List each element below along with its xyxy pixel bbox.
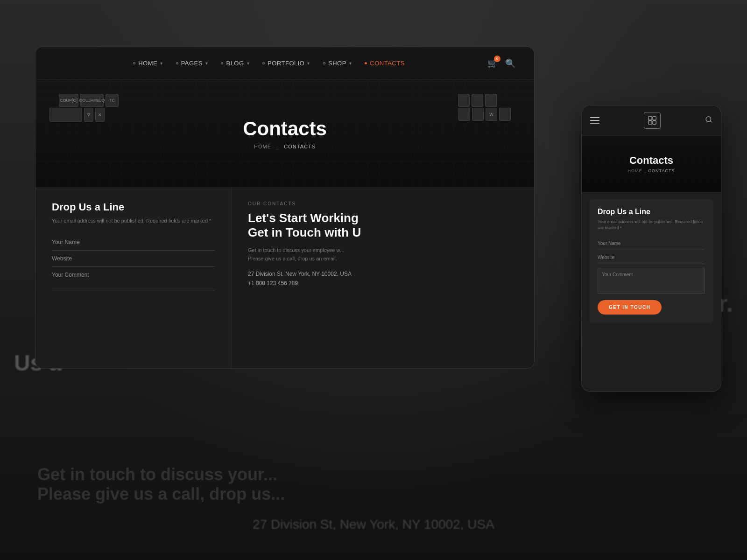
key-r7	[499, 108, 511, 121]
desktop-hero-title: Contacts	[243, 118, 327, 140]
breadcrumb-home: HOME	[254, 144, 271, 149]
key-1: COUP[O]	[59, 94, 78, 107]
mobile-search-button[interactable]	[705, 116, 712, 125]
key-3: TC	[106, 94, 119, 107]
mobile-breadcrumb-home: HOME	[628, 168, 642, 173]
mobile-submit-button[interactable]: GET IN TOUCH	[598, 300, 662, 315]
nav-item-pages[interactable]: PAGES ▾	[170, 56, 214, 70]
nav-chevron-shop: ▾	[349, 61, 352, 66]
nav-label-portfolio: PORTFOLIO	[268, 60, 304, 67]
key-r5	[472, 108, 484, 121]
keyboard-row-2: ∇ ✕	[49, 108, 105, 122]
contact-description: Get in touch to discuss your employee w.…	[248, 246, 518, 263]
mobile-navbar	[582, 105, 721, 136]
mobile-menu-button[interactable]	[590, 117, 599, 124]
mobile-breadcrumb-sep: _	[644, 168, 648, 173]
nav-item-portfolio[interactable]: PORTFOLIO ▾	[257, 56, 316, 70]
mobile-field-comment[interactable]: Your Comment	[598, 268, 705, 294]
svg-rect-3	[653, 121, 656, 124]
key-r1	[458, 94, 470, 107]
desktop-contact-section: OUR CONTACTS Let's Start Working Get in …	[232, 187, 534, 369]
form-field-comment[interactable]: Your Comment	[52, 267, 215, 290]
key-5: ∇	[84, 108, 93, 122]
nav-item-blog[interactable]: BLOG ▾	[215, 56, 255, 70]
svg-rect-2	[648, 121, 652, 124]
key-2: COUJA#SUQ	[80, 94, 104, 107]
nav-dot-shop	[323, 62, 325, 64]
breadcrumb-sep: _	[276, 144, 281, 149]
nav-label-blog: BLOG	[226, 60, 244, 67]
bottom-text: 27 Division St, New York, NY 10002, USA	[253, 517, 494, 532]
key-r4	[458, 108, 470, 121]
desktop-card: HOME ▾ PAGES ▾ BLOG ▾ PORTFOLIO ▾ SHOP	[35, 47, 535, 369]
nav-dot-home	[133, 62, 135, 64]
nav-dot-portfolio	[262, 62, 265, 64]
form-title: Drop Us a Line	[52, 201, 215, 213]
mobile-form-subtitle: Your email address will not be published…	[598, 219, 705, 231]
key-r3	[485, 94, 497, 107]
contact-desc-line1: Get in touch to discuss your employee w.…	[248, 247, 344, 253]
cart-button[interactable]: 🛒 0	[487, 58, 498, 69]
desktop-navbar: HOME ▾ PAGES ▾ BLOG ▾ PORTFOLIO ▾ SHOP	[35, 47, 534, 80]
svg-line-7	[710, 121, 712, 122]
search-icon: 🔍	[505, 59, 515, 68]
nav-dot-contacts	[365, 62, 367, 64]
mobile-hero: Contacts HOME _ CONTACTS	[582, 136, 721, 192]
contact-phone: +1 800 123 456 789	[248, 280, 518, 287]
mobile-hero-title: Contacts	[629, 154, 673, 167]
keyboard-row-right-1	[458, 94, 497, 107]
svg-rect-0	[648, 117, 652, 120]
mobile-card: Contacts HOME _ CONTACTS Drop Us a Line …	[581, 105, 721, 392]
mobile-field-name[interactable]: Your Name	[598, 237, 705, 250]
nav-label-contacts: CONTACTS	[370, 60, 405, 67]
desktop-form-section: Drop Us a Line Your email address will n…	[35, 187, 232, 369]
form-field-website[interactable]: Website	[52, 251, 215, 267]
key-r6: W	[486, 108, 497, 121]
form-field-name[interactable]: Your Name	[52, 234, 215, 251]
desktop-hero: COUP[O] COUJA#SUQ TC ∇ ✕ W Contacts HOME…	[35, 80, 534, 187]
contact-heading: Let's Start Working Get in Touch with U	[248, 211, 518, 240]
logo-icon	[647, 115, 657, 126]
menu-line-2	[590, 120, 599, 121]
nav-items: HOME ▾ PAGES ▾ BLOG ▾ PORTFOLIO ▾ SHOP	[54, 56, 484, 70]
mobile-logo[interactable]	[644, 112, 661, 129]
search-button[interactable]: 🔍	[505, 58, 515, 69]
bottom-address: 27 Division St, New York, NY 10002, USA	[253, 517, 494, 532]
svg-rect-1	[653, 117, 656, 120]
mobile-comment-label: Your Comment	[602, 272, 633, 277]
mobile-field-website[interactable]: Website	[598, 251, 705, 264]
menu-line-1	[590, 117, 599, 118]
contacts-section-label: OUR CONTACTS	[248, 201, 518, 206]
nav-chevron-home: ▾	[160, 61, 163, 66]
nav-chevron-portfolio: ▾	[307, 61, 310, 66]
keyboard-row-1: COUP[O] COUJA#SUQ TC	[59, 94, 119, 107]
key-4	[49, 108, 82, 122]
nav-chevron-pages: ▾	[205, 61, 208, 66]
mobile-form-section: Drop Us a Line Your email address will n…	[589, 199, 713, 323]
mobile-breadcrumb: HOME _ CONTACTS	[628, 168, 675, 173]
form-subtitle: Your email address will not be published…	[52, 217, 215, 225]
nav-item-home[interactable]: HOME ▾	[127, 56, 169, 70]
nav-icons: 🛒 0 🔍	[487, 58, 515, 69]
nav-label-pages: PAGES	[181, 60, 203, 67]
breadcrumb-current: CONTACTS	[284, 144, 316, 149]
search-icon	[705, 116, 712, 123]
nav-label-home: HOME	[138, 60, 157, 67]
nav-chevron-blog: ▾	[247, 61, 250, 66]
mobile-breadcrumb-current: CONTACTS	[648, 168, 675, 173]
contact-heading-line2: Get in Touch with U	[248, 225, 361, 239]
desktop-breadcrumb: HOME _ CONTACTS	[254, 144, 316, 149]
contact-heading-line1: Let's Start Working	[248, 211, 359, 225]
key-r2	[472, 94, 483, 107]
nav-item-shop[interactable]: SHOP ▾	[317, 56, 357, 70]
key-6: ✕	[95, 108, 105, 122]
menu-line-3	[590, 123, 599, 124]
nav-dot-blog	[221, 62, 223, 64]
nav-label-shop: SHOP	[328, 60, 346, 67]
svg-point-6	[706, 117, 711, 122]
keyboard-row-right-2: W	[458, 108, 511, 121]
nav-dot-pages	[176, 62, 178, 64]
nav-item-contacts[interactable]: CONTACTS	[359, 56, 410, 70]
desktop-content: Drop Us a Line Your email address will n…	[35, 187, 534, 369]
contact-desc-line2: Please give us a call, drop us an email.	[248, 256, 337, 261]
